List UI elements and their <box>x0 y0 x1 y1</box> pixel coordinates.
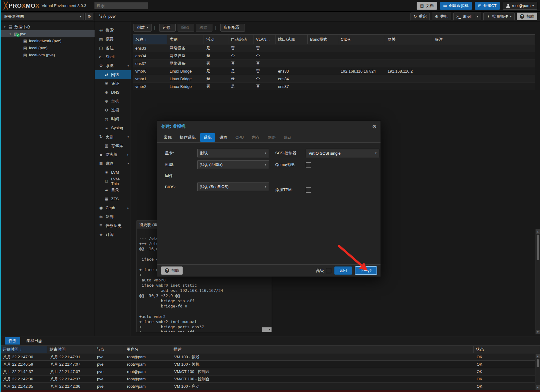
menu-item[interactable]: ▦ ZFS <box>95 194 131 203</box>
task-tab[interactable]: 任务 <box>5 337 20 345</box>
help-button[interactable]: ? 帮助 <box>517 13 537 20</box>
next-button[interactable]: 下一步 <box>355 266 377 275</box>
menu-item[interactable]: ◉ Ceph ▸ <box>95 203 131 212</box>
tree-item[interactable]: ▦ localnetwork (pve) <box>0 37 95 44</box>
task-row[interactable]: 八月 22 21:46:59 八月 22 21:47:07 pve root@p… <box>0 361 540 368</box>
bios-select[interactable]: 默认 (SeaBIOS) ▾ <box>197 183 269 191</box>
task-row[interactable]: 八月 22 21:42:35 八月 22 21:42:36 pve root@p… <box>0 383 540 390</box>
menu-item[interactable]: ⚙ 选项 <box>95 106 131 115</box>
menu-item[interactable]: >_ Shell <box>95 52 131 61</box>
column-header[interactable]: CIDR <box>338 35 385 44</box>
table-row[interactable]: vmbr1 Linux Bridge 是 是 否 ens34 <box>133 75 535 83</box>
column-header[interactable]: 开始时间 ↓ <box>0 346 47 353</box>
scroll-down-icon[interactable]: ▼ <box>536 385 540 390</box>
dialog-tab[interactable]: 操作系统 <box>176 133 199 142</box>
menu-item[interactable]: ◆ 防火墙 ▸ <box>95 150 131 159</box>
menu-item[interactable]: ⊟ 磁盘 ▾ <box>95 159 131 168</box>
table-row[interactable]: ens37 网络设备 否 否 否 <box>133 60 535 67</box>
menu-item[interactable]: ▥ 存储库 <box>95 141 131 150</box>
toolbar-button[interactable]: | <box>214 24 218 32</box>
user-menu-button[interactable]: root@pam ▾ <box>503 2 537 10</box>
column-header[interactable]: 类别 <box>167 35 204 44</box>
advanced-checkbox[interactable] <box>326 268 331 273</box>
machine-select[interactable]: 默认 (i440fx) ▾ <box>197 160 269 169</box>
menu-item[interactable]: ▢ 备注 <box>95 43 131 52</box>
column-header[interactable]: VLAN... <box>253 35 276 44</box>
task-tab[interactable]: 集群日志 <box>23 337 46 345</box>
column-header[interactable]: Bond模式 <box>308 35 338 44</box>
scsi-controller-select[interactable]: VirtIO SCSI single ▾ <box>306 149 379 157</box>
column-header[interactable]: 备注 <box>432 35 535 44</box>
task-row[interactable]: 八月 22 21:47:30 八月 22 21:47:31 pve root@p… <box>0 353 540 361</box>
scroll-up-icon[interactable]: ▲ <box>536 354 540 358</box>
menu-item[interactable]: ◷ 时间 <box>95 115 131 123</box>
dialog-tab[interactable]: 网络 <box>264 133 279 142</box>
dialog-tab[interactable]: 内存 <box>248 133 263 142</box>
toolbar-button[interactable]: 编辑 <box>178 24 194 32</box>
menu-item[interactable]: ✳ 凭证 <box>95 79 131 88</box>
tree-item[interactable]: ▾ ▤ 数据中心 <box>0 23 95 30</box>
scrollbar-thumb[interactable] <box>537 359 539 367</box>
task-scrollbar[interactable]: ▲ ▼ <box>535 354 540 392</box>
task-row[interactable]: 八月 22 21:42:36 八月 22 21:42:37 pve root@p… <box>0 375 540 383</box>
tree-settings-button[interactable]: ⚙ <box>85 13 93 20</box>
column-header[interactable]: 用户名 <box>124 346 171 353</box>
column-header[interactable]: 自动启动 <box>228 35 253 44</box>
tree-expander-icon[interactable]: ▾ <box>9 32 12 36</box>
shutdown-button[interactable]: ⊙ 关机 <box>432 13 451 20</box>
view-selector[interactable]: 服务器视图 ▾ <box>2 13 84 20</box>
restart-button[interactable]: ↻ 重启 <box>411 13 430 20</box>
create-vm-button[interactable]: ▭ 创建虚拟机 <box>440 2 472 10</box>
menu-item[interactable]: ▤ 概要 <box>95 35 131 43</box>
add-tpm-checkbox[interactable] <box>306 187 311 193</box>
toolbar-button[interactable]: 移除 <box>196 24 212 32</box>
column-header[interactable]: 活动 <box>204 35 228 44</box>
menu-item[interactable]: ≣ 任务历史 <box>95 221 131 230</box>
table-row[interactable]: vmbr0 Linux Bridge 是 是 否 ens33 192.168.1… <box>133 67 535 75</box>
dialog-tab[interactable]: 磁盘 <box>216 133 231 142</box>
menu-item[interactable]: ⊛ DNS <box>95 88 131 97</box>
menu-item[interactable]: ≡ Syslog <box>95 123 131 132</box>
menu-item[interactable]: ↻ 更新 ▾ <box>95 132 131 141</box>
menu-item[interactable]: ⇄ 网络 <box>95 70 131 79</box>
dialog-tab[interactable]: CPU <box>232 134 247 141</box>
create-ct-button[interactable]: ⊞ 创建CT <box>475 2 500 10</box>
tree-item[interactable]: ▤ local (pve) <box>0 44 95 51</box>
menu-item[interactable]: ◈ 订阅 <box>95 230 131 239</box>
menu-item[interactable]: ■ LVM <box>95 168 131 177</box>
dialog-tab[interactable]: 确认 <box>280 133 295 142</box>
column-header[interactable]: 名称 ↑ <box>133 35 167 44</box>
documentation-button[interactable]: ▤ 文档 <box>417 2 437 10</box>
gpu-select[interactable]: 默认 ▾ <box>197 149 269 157</box>
menu-item[interactable]: ⇆ 复制 <box>95 212 131 221</box>
column-header[interactable]: 状态 <box>474 346 540 353</box>
column-header[interactable]: 端口/从属 <box>276 35 308 44</box>
dialog-tab[interactable]: 系统 <box>200 133 215 142</box>
scroll-up-icon[interactable]: ▲ <box>536 229 540 234</box>
table-row[interactable]: ens34 网络设备 是 否 否 <box>133 52 535 60</box>
column-header[interactable]: 网关 <box>385 35 432 44</box>
menu-item[interactable]: ⊕ 主机 <box>95 97 131 106</box>
menu-item[interactable]: □ LVM-Thin <box>95 177 131 186</box>
table-row[interactable]: ens33 网络设备 是 否 否 <box>133 44 535 52</box>
bulk-actions-button[interactable]: ⋮ 批量操作 ▾ <box>483 13 515 20</box>
toolbar-button[interactable]: | <box>153 24 157 32</box>
dialog-help-button[interactable]: ? 帮助 <box>161 266 183 275</box>
shell-button[interactable]: >_ Shell ▾ <box>453 13 481 20</box>
toolbar-button[interactable]: 还原 <box>159 24 176 32</box>
close-icon[interactable]: ⊗ <box>372 124 377 129</box>
tree-item[interactable]: ▤ local-lvm (pve) <box>0 51 95 58</box>
menu-item[interactable]: ◎ 搜索 <box>95 26 131 35</box>
diff-scrollbar-corner[interactable]: ▼ <box>262 327 272 332</box>
tree-item[interactable]: ▾ ▥✓ pve <box>0 30 95 37</box>
qemu-agent-checkbox[interactable] <box>306 162 311 168</box>
column-header[interactable]: 节点 <box>94 346 124 353</box>
column-header[interactable]: 结束时间 <box>47 346 94 353</box>
dialog-tab[interactable]: 常规 <box>160 133 175 142</box>
scrollbar-thumb[interactable] <box>537 235 539 260</box>
content-scrollbar[interactable]: ▲ ▼ <box>535 229 540 334</box>
back-button[interactable]: 返回 <box>334 266 352 275</box>
menu-item[interactable]: ▰ 目录 <box>95 186 131 194</box>
column-header[interactable]: 描述 <box>171 346 474 353</box>
global-search-input[interactable] <box>94 2 148 9</box>
